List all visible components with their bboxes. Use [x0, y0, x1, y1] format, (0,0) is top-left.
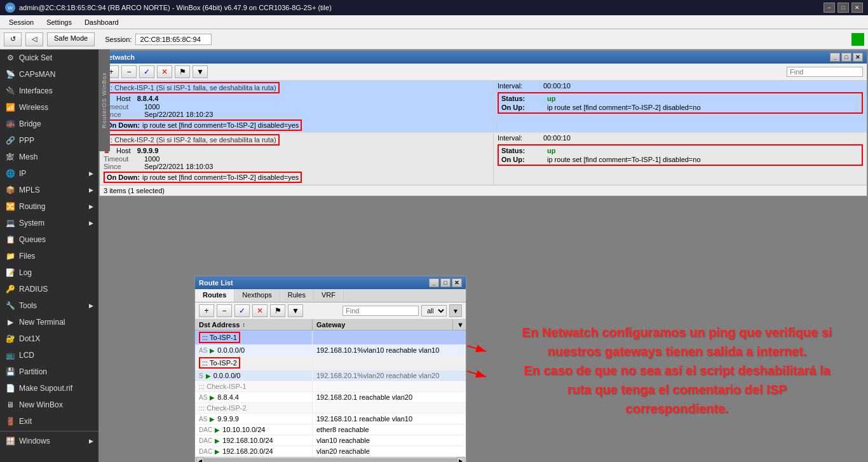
menu-settings[interactable]: Settings — [40, 17, 78, 27]
sidebar-item-new-winbox[interactable]: 🖥 New WinBox — [0, 397, 98, 413]
netwatch-maximize[interactable]: □ — [841, 53, 851, 62]
sidebar-label-tools: Tools — [19, 301, 37, 310]
route-row-9999[interactable]: AS ▶ 9.9.9.9 192.168.10.1 reachable vlan… — [195, 414, 466, 425]
route-find-input[interactable] — [342, 306, 419, 316]
scroll-right-btn[interactable]: ▶ — [457, 457, 465, 462]
route-isp1-dst: AS ▶ 0.0.0.0/0 — [195, 345, 313, 355]
sidebar-item-ppp[interactable]: 🔗 PPP — [0, 132, 98, 149]
route-filter-arrow[interactable]: ▼ — [449, 304, 462, 317]
sidebar-item-new-terminal[interactable]: ▶ New Terminal — [0, 314, 98, 330]
sidebar-item-exit[interactable]: 🚪 Exit — [0, 413, 98, 430]
route-close[interactable]: ✕ — [452, 278, 462, 287]
route-row-10[interactable]: DAC ▶ 10.10.10.0/24 ether8 reachable — [195, 425, 466, 435]
netwatch-close[interactable]: ✕ — [853, 53, 863, 62]
netwatch-find-input[interactable] — [787, 67, 863, 77]
sidebar-item-mpls[interactable]: 📦 MPLS ▶ — [0, 182, 98, 198]
netwatch-window: Netwatch _ □ ✕ + − ✓ ✕ ⚑ ▼ — [98, 50, 868, 197]
netwatch-flag-btn[interactable]: ⚑ — [175, 65, 190, 78]
route-flag-btn[interactable]: ⚑ — [270, 304, 285, 317]
sidebar-item-files[interactable]: 📁 Files — [0, 248, 98, 264]
route-maximize[interactable]: □ — [440, 278, 451, 287]
route-row-isp2[interactable]: S ▶ 0.0.0.0/0 192.168.20.1%vlan20 reacha… — [195, 370, 466, 381]
sidebar-item-mesh[interactable]: 🕸 Mesh — [0, 149, 98, 165]
refresh-button[interactable]: ↺ — [4, 32, 22, 46]
tools-arrow: ▶ — [89, 302, 93, 309]
route-row-isp1[interactable]: AS ▶ 0.0.0.0/0 192.168.10.1%vlan10 reach… — [195, 345, 466, 356]
route-to-isp2-gw — [313, 356, 466, 370]
window-controls[interactable]: − □ ✕ — [824, 3, 863, 13]
tab-rules[interactable]: Rules — [280, 289, 314, 302]
maximize-button[interactable]: □ — [837, 3, 849, 13]
sidebar-item-interfaces[interactable]: 🔌 Interfaces — [0, 83, 98, 99]
route-row-168-20[interactable]: DAC ▶ 192.168.20.0/24 vlan20 reachable — [195, 446, 466, 457]
sidebar-label-capsman: CAPsMAN — [19, 70, 55, 79]
route-row-168-10[interactable]: DAC ▶ 192.168.10.0/24 vlan10 reachable — [195, 435, 466, 446]
sidebar-item-lcd[interactable]: 📺 LCD — [0, 347, 98, 363]
route-row-to-isp2[interactable]: ::: To-ISP-2 — [195, 356, 466, 370]
sidebar-label-radius: RADIUS — [19, 285, 48, 294]
menu-dashboard[interactable]: Dashboard — [78, 17, 125, 27]
route-9999-dst: AS ▶ 9.9.9.9 — [195, 414, 313, 424]
sidebar-item-system[interactable]: 💻 System ▶ — [0, 215, 98, 231]
tab-vrf[interactable]: VRF — [314, 289, 344, 302]
netwatch-filter-btn[interactable]: ▼ — [193, 65, 208, 78]
windows-arrow: ▶ — [89, 438, 93, 444]
sidebar-item-dot1x[interactable]: 🔐 Dot1X — [0, 330, 98, 347]
isp1-host-value: 8.8.4.4 — [137, 95, 159, 103]
back-button[interactable]: ◁ — [25, 32, 43, 46]
lcd-icon: 📺 — [5, 350, 15, 360]
route-scrollbar[interactable]: ◀ ▶ — [195, 457, 466, 462]
route-enable-btn[interactable]: ✓ — [234, 304, 250, 317]
netwatch-window-controls[interactable]: _ □ ✕ — [830, 53, 863, 62]
netwatch-row-isp1[interactable]: ::: Check-ISP-1 (Si si ISP-1 falla, se d… — [100, 81, 867, 133]
sidebar-item-capsman[interactable]: 📡 CAPsMAN — [0, 66, 98, 83]
sidebar-item-windows[interactable]: 🪟 Windows ▶ — [0, 433, 98, 449]
route-row-8844[interactable]: AS ▶ 8.8.4.4 192.168.20.1 reachable vlan… — [195, 392, 466, 403]
netwatch-disable-btn[interactable]: ✕ — [157, 65, 172, 78]
sidebar-item-wireless[interactable]: 📶 Wireless — [0, 99, 98, 116]
netwatch-remove-btn[interactable]: − — [121, 65, 137, 78]
sidebar-item-bridge[interactable]: 🌉 Bridge — [0, 116, 98, 132]
route-remove-btn[interactable]: − — [217, 304, 232, 317]
sidebar-item-radius[interactable]: 🔑 RADIUS — [0, 281, 98, 297]
netwatch-minimize[interactable]: _ — [830, 53, 840, 62]
isp2-host-row: ♟ Host 9.9.9.9 — [104, 147, 489, 155]
route-disable-btn[interactable]: ✕ — [252, 304, 268, 317]
netwatch-row-isp2[interactable]: ::: Check-ISP-2 (Si si ISP-2 falla, se d… — [100, 133, 867, 185]
route-filter-select[interactable]: all — [421, 305, 447, 316]
route-minimize[interactable]: _ — [429, 278, 439, 287]
scroll-track[interactable] — [204, 458, 457, 462]
sidebar-item-queues[interactable]: 📋 Queues — [0, 231, 98, 248]
bridge-icon: 🌉 — [5, 119, 15, 129]
route-add-btn[interactable]: + — [199, 304, 214, 317]
netwatch-isp1-right: Interval: 00:00:10 Status: up On Up: ip … — [494, 81, 867, 133]
to-isp2-box: ::: To-ISP-2 — [199, 357, 240, 369]
tab-routes[interactable]: Routes — [195, 289, 234, 302]
route-row-check-isp2[interactable]: ::: Check-ISP-2 — [195, 403, 466, 414]
menu-session[interactable]: Session — [3, 17, 40, 27]
sidebar-item-log[interactable]: 📝 Log — [0, 264, 98, 281]
session-value: 2C:C8:1B:65:8C:94 — [135, 34, 212, 45]
sidebar-item-tools[interactable]: 🔧 Tools ▶ — [0, 297, 98, 314]
close-button[interactable]: ✕ — [851, 3, 863, 13]
sidebar-item-make-supout[interactable]: 📄 Make Supout.rif — [0, 380, 98, 397]
tab-nexthops[interactable]: Nexthops — [234, 289, 280, 302]
dot1x-icon: 🔐 — [5, 334, 15, 344]
route-10-gw: ether8 reachable — [313, 425, 466, 435]
safe-mode-button[interactable]: Safe Mode — [47, 32, 95, 46]
netwatch-enable-btn[interactable]: ✓ — [139, 65, 154, 78]
overlay-text: En Netwatch configuramos un ping que ver… — [522, 323, 832, 418]
route-row-to-isp1[interactable]: ::: To-ISP-1 — [195, 330, 466, 345]
route-list-controls[interactable]: _ □ ✕ — [429, 278, 462, 287]
sidebar-item-ip[interactable]: 🌐 IP ▶ — [0, 165, 98, 182]
isp2-timeout: Timeout 1000 — [104, 155, 489, 163]
sidebar-item-routing[interactable]: 🔀 Routing ▶ — [0, 198, 98, 215]
minimize-button[interactable]: − — [824, 3, 835, 13]
route-filter-btn[interactable]: ▼ — [288, 304, 303, 317]
menu-bar: Session Settings Dashboard — [0, 15, 868, 29]
route-row-check-isp1[interactable]: ::: Check-ISP-1 — [195, 381, 466, 392]
sidebar-item-quick-set[interactable]: ⚙ Quick Set — [0, 50, 98, 66]
sidebar-label-files: Files — [19, 252, 35, 261]
sidebar-item-partition[interactable]: 💾 Partition — [0, 363, 98, 380]
scroll-left-btn[interactable]: ◀ — [196, 457, 204, 462]
